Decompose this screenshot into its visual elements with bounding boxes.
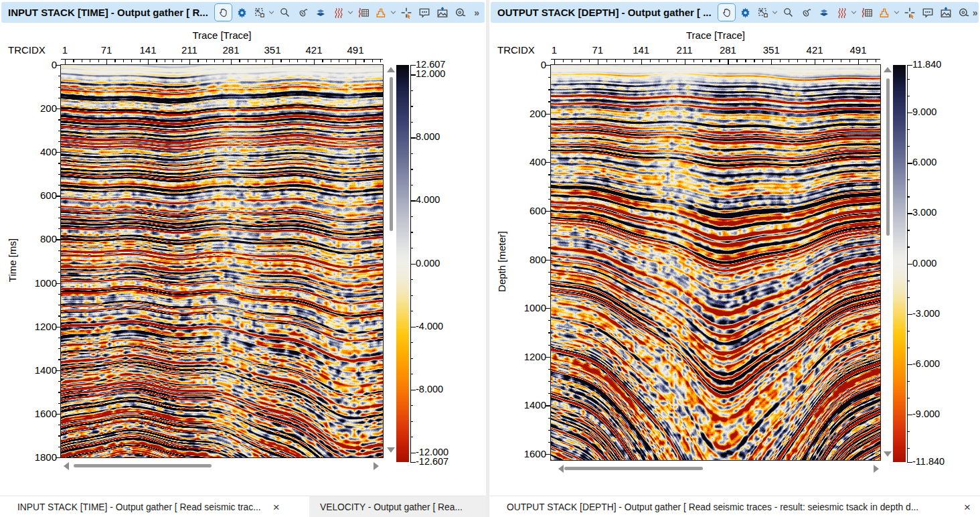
settings-gear-icon[interactable] — [737, 4, 754, 21]
trace-axis-line — [551, 59, 880, 60]
tab-output-stack-depth[interactable]: OUTPUT STACK [DEPTH] - Output gather [ R… — [489, 496, 980, 517]
trace-table-icon[interactable] — [859, 4, 876, 21]
trace-tick-label: 1 — [541, 44, 568, 56]
vscroll-thumb[interactable] — [886, 78, 890, 236]
y-tick-label: 400 — [10, 146, 57, 157]
trace-corner-label: TRCIDX — [497, 44, 535, 56]
tab-velocity[interactable]: VELOCITY - Output gather [ Rea... — [309, 496, 486, 517]
chevron-down-icon[interactable] — [390, 4, 397, 21]
plot-area-depth: Trace [Trace]TRCIDX171141211281351421491… — [489, 24, 980, 496]
vscroll-down-arrow[interactable] — [387, 447, 395, 453]
colorbar-tick — [410, 342, 413, 343]
chevron-down-icon[interactable] — [851, 4, 858, 21]
trace-tick — [331, 60, 331, 62]
colorbar-label: -11.840 — [912, 456, 945, 467]
measure-icon[interactable] — [956, 4, 973, 21]
viewer-panel-depth: OUTPUT STACK [DEPTH] - Output gather [ .… — [489, 0, 980, 496]
chevron-down-icon[interactable] — [347, 4, 354, 21]
y-tick-label: 1600 — [499, 448, 546, 459]
y-tick-label: 600 — [10, 190, 57, 201]
trace-tick — [563, 60, 564, 62]
seismic-image[interactable] — [551, 65, 880, 460]
trace-tick — [650, 60, 651, 62]
histogram-icon[interactable] — [374, 4, 390, 21]
colorbar-tick — [907, 246, 910, 247]
trace-tick — [140, 60, 141, 62]
vscroll-down-arrow[interactable] — [884, 451, 892, 457]
crosshair-icon[interactable] — [902, 4, 918, 21]
trace-table-icon[interactable] — [355, 4, 372, 21]
hscroll-thumb[interactable] — [74, 464, 212, 467]
crosshair-icon[interactable] — [398, 4, 415, 21]
measure-icon[interactable] — [453, 4, 469, 21]
comment-icon[interactable] — [920, 4, 936, 21]
colorbar-tick — [410, 437, 413, 437]
colorbar-label: 0.000 — [912, 258, 936, 269]
mouse-pointer-icon[interactable] — [798, 4, 815, 21]
settings-gear-icon[interactable] — [234, 4, 250, 21]
chevron-down-icon[interactable] — [772, 4, 779, 21]
colorbar-label: 8.000 — [416, 131, 440, 142]
export-image-icon[interactable] — [434, 4, 451, 21]
hscroll-right-arrow[interactable] — [374, 462, 379, 470]
trace-tick — [380, 60, 381, 62]
select-frame-icon[interactable] — [252, 4, 268, 21]
trace-tick — [693, 60, 694, 62]
colorbar-tick — [410, 311, 413, 311]
mouse-pointer-icon[interactable] — [295, 4, 311, 21]
seismic-image[interactable] — [61, 65, 383, 457]
export-image-icon[interactable] — [938, 4, 955, 21]
trace-tick — [832, 60, 833, 62]
wiggle-display-icon[interactable] — [331, 4, 347, 21]
trace-tick — [314, 60, 315, 64]
trace-tick-label: 281 — [218, 44, 244, 56]
colorbar[interactable] — [396, 65, 409, 462]
vscroll-up-arrow[interactable] — [387, 67, 395, 72]
colorbar-tick — [410, 185, 413, 186]
trace-tick-label: 1 — [52, 44, 78, 56]
select-frame-icon[interactable] — [755, 4, 772, 21]
colorbar-tick — [410, 200, 416, 201]
trace-tick-label: 421 — [801, 44, 828, 56]
colorbar-label: -8.000 — [416, 384, 443, 394]
comment-icon[interactable] — [416, 4, 433, 21]
y-tick-label: 200 — [499, 108, 546, 119]
trace-tick — [754, 60, 754, 62]
close-icon[interactable]: × — [964, 502, 971, 513]
toolbar — [718, 3, 973, 21]
trace-tick — [106, 60, 107, 64]
zoom-icon[interactable] — [276, 4, 293, 21]
chevron-down-icon[interactable] — [268, 4, 275, 21]
layers-icon[interactable] — [816, 4, 833, 21]
histogram-icon[interactable] — [877, 4, 894, 21]
chevron-down-icon[interactable] — [894, 4, 900, 21]
trace-corner-label: TRCIDX — [8, 44, 46, 56]
tab-input-stack-time[interactable]: INPUT STACK [TIME] - Output gather [ Rea… — [0, 496, 309, 517]
toolbar-overflow-icon[interactable]: » — [973, 7, 978, 18]
colorbar-tick — [907, 381, 910, 382]
vscroll-thumb[interactable] — [390, 77, 393, 231]
hscroll-right-arrow[interactable] — [874, 465, 879, 473]
y-tick-label: 1400 — [10, 364, 57, 376]
hscroll-left-arrow[interactable] — [558, 465, 564, 473]
pan-hand-icon[interactable] — [718, 3, 736, 21]
wiggle-display-icon[interactable] — [834, 4, 851, 21]
zoom-icon[interactable] — [780, 4, 797, 21]
colorbar-tick — [410, 295, 413, 296]
trace-tick — [659, 60, 659, 62]
colorbar[interactable] — [893, 65, 906, 462]
trace-tick — [223, 60, 224, 62]
trace-tick — [363, 60, 364, 62]
close-icon[interactable]: × — [273, 502, 280, 513]
colorbar-tick — [907, 146, 910, 147]
toolbar-overflow-icon[interactable]: » — [474, 7, 479, 18]
hscroll-thumb[interactable] — [564, 467, 703, 470]
trace-tick-label: 71 — [93, 44, 120, 56]
hscroll-left-arrow[interactable] — [64, 462, 69, 470]
vscroll-up-arrow[interactable] — [884, 67, 892, 72]
colorbar-tick — [410, 65, 416, 66]
trace-tick-label: 491 — [342, 44, 369, 56]
pan-hand-icon[interactable] — [214, 3, 232, 21]
layers-icon[interactable] — [313, 4, 329, 21]
y-tick-label: 1200 — [499, 351, 546, 362]
